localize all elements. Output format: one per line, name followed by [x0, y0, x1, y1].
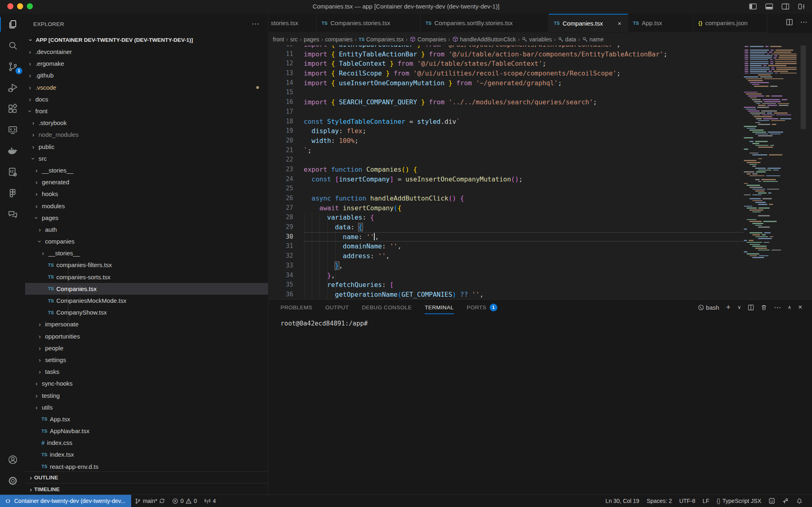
tree-item-react-app-env.d.ts[interactable]: TSreact-app-env.d.ts [25, 461, 268, 472]
terminal-shell-picker[interactable]: bash [698, 304, 719, 311]
tree-item-CompaniesMockMode.tsx[interactable]: TSCompaniesMockMode.tsx [25, 295, 268, 306]
panel-tab-ports[interactable]: PORTS1 [467, 300, 497, 315]
panel-more-icon[interactable]: ⋯ [774, 303, 781, 312]
activity-figma-icon[interactable] [0, 183, 25, 204]
indentation-status[interactable]: Spaces: 2 [643, 495, 676, 507]
panel-tab-debug-console[interactable]: DEBUG CONSOLE [362, 300, 412, 315]
maximize-panel-icon[interactable]: ∧ [788, 304, 791, 310]
layout-customize-icon[interactable] [797, 2, 806, 11]
tab-App.tsx[interactable]: TSApp.tsx [628, 14, 693, 32]
explorer-more-actions-icon[interactable]: ⋯ [252, 19, 259, 28]
feedback-smiley-icon[interactable] [765, 495, 779, 507]
tree-item-index.css[interactable]: #index.css [25, 437, 268, 449]
new-terminal-icon[interactable]: + [726, 303, 730, 312]
layout-panel-icon[interactable] [764, 2, 774, 11]
tree-item-generated[interactable]: ›generated [25, 176, 268, 188]
explorer-section-header[interactable]: › APP [CONTAINER DEV-TWENTY-DEV (DEV-TWE… [25, 34, 268, 46]
panel-tab-terminal[interactable]: TERMINAL [425, 300, 454, 315]
breadcrumb-src[interactable]: src [290, 36, 298, 43]
tree-item-people[interactable]: ›people [25, 342, 268, 354]
activity-run-debug-icon[interactable] [0, 77, 25, 98]
breadcrumb-Companies.tsx[interactable]: TSCompanies.tsx [358, 36, 404, 43]
tab-Companies.sortBy.stories.tsx[interactable]: TSCompanies.sortBy.stories.tsx [421, 14, 549, 32]
activity-devcontainer-file-icon[interactable] [0, 162, 25, 183]
forwarded-ports-status[interactable]: 4 [201, 495, 220, 507]
minimap[interactable] [744, 45, 797, 267]
tree-item-impersonate[interactable]: ›impersonate [25, 318, 268, 330]
terminal-dropdown-icon[interactable]: ∨ [737, 304, 741, 310]
tree-item-companies-filters.tsx[interactable]: TScompanies-filters.tsx [25, 259, 268, 271]
code-editor[interactable]: 1011121314151617181920212223242526272829… [268, 45, 812, 299]
tree-item-AppNavbar.tsx[interactable]: TSAppNavbar.tsx [25, 425, 268, 437]
tree-item-.github[interactable]: ›.github [25, 69, 268, 81]
tree-item-utils[interactable]: ›utils [25, 401, 268, 413]
breadcrumb-companies[interactable]: companies [325, 36, 353, 43]
breadcrumb-handleAddButtonClick[interactable]: handleAddButtonClick [452, 36, 516, 43]
tree-item-CompanyShow.tsx[interactable]: TSCompanyShow.tsx [25, 306, 268, 318]
tab-Companies.tsx[interactable]: TSCompanies.tsx× [549, 14, 628, 32]
breadcrumb-name[interactable]: name [582, 36, 604, 43]
outline-section[interactable]: › OUTLINE [25, 471, 268, 483]
tree-item-modules[interactable]: ›modules [25, 200, 268, 211]
tree-item-src[interactable]: ›src [25, 153, 268, 164]
tree-item-hooks[interactable]: ›hooks [25, 188, 268, 200]
tree-item-public[interactable]: ›public [25, 141, 268, 153]
git-branch-status[interactable]: main* [131, 495, 169, 507]
tree-item-App.tsx[interactable]: TSApp.tsx [25, 413, 268, 425]
tab-Companies.stories.tsx[interactable]: TSCompanies.stories.tsx [317, 14, 421, 32]
kill-terminal-icon[interactable] [761, 304, 767, 311]
tree-item-tasks[interactable]: ›tasks [25, 366, 268, 378]
tree-item-__stories__[interactable]: ›__stories__ [25, 247, 268, 259]
split-terminal-icon[interactable] [748, 304, 754, 311]
remote-indicator[interactable]: Container dev-twenty-dev (dev-twenty-dev… [0, 495, 131, 507]
remote-agent-icon[interactable] [779, 495, 793, 507]
tree-item-.ergomake[interactable]: ›.ergomake [25, 58, 268, 69]
problems-status[interactable]: 0 0 [168, 495, 201, 507]
tree-item-companies-sorts.tsx[interactable]: TScompanies-sorts.tsx [25, 271, 268, 283]
layout-sidebar-left-icon[interactable] [748, 2, 758, 11]
encoding-status[interactable]: UTF-8 [676, 495, 699, 507]
editor-scrollbar[interactable] [801, 45, 806, 129]
close-panel-icon[interactable]: × [798, 303, 802, 311]
layout-sidebar-right-icon[interactable] [780, 2, 790, 11]
breadcrumb-pages[interactable]: pages [304, 36, 319, 43]
language-mode-status[interactable]: {} TypeScript JSX [713, 495, 765, 507]
activity-search-icon[interactable] [0, 35, 25, 56]
tree-item-front[interactable]: ›front [25, 105, 268, 117]
tree-item-Companies.tsx[interactable]: TSCompanies.tsx [25, 283, 268, 295]
split-editor-icon[interactable] [786, 19, 793, 26]
breadcrumb-variables[interactable]: variables [522, 36, 552, 43]
timeline-section[interactable]: › TIMELINE [25, 483, 268, 494]
tree-item-.storybook[interactable]: ›.storybook [25, 117, 268, 129]
tree-item-opportunities[interactable]: ›opportunities [25, 330, 268, 342]
more-actions-icon[interactable]: ⋯ [800, 18, 807, 26]
tree-item-pages[interactable]: ›pages [25, 212, 268, 224]
breadcrumb-Companies[interactable]: Companies [410, 36, 446, 43]
tree-item-settings[interactable]: ›settings [25, 354, 268, 366]
activity-source-control-icon[interactable]: 1 [0, 56, 25, 77]
activity-docker-icon[interactable] [0, 140, 25, 162]
activity-comments-icon[interactable] [0, 204, 25, 225]
breadcrumb-data[interactable]: data [558, 36, 576, 43]
close-tab-icon[interactable]: × [615, 20, 624, 27]
tree-item-auth[interactable]: ›auth [25, 224, 268, 235]
notifications-bell-icon[interactable] [793, 495, 806, 507]
tab-stories.tsx[interactable]: stories.tsx [268, 14, 317, 32]
eol-status[interactable]: LF [699, 495, 713, 507]
activity-account-icon[interactable] [0, 449, 25, 470]
tree-item-__stories__[interactable]: ›__stories__ [25, 164, 268, 176]
breadcrumb-front[interactable]: front [273, 36, 284, 43]
tab-companies.json[interactable]: {}companies.json [693, 14, 767, 32]
panel-tab-problems[interactable]: PROBLEMS [281, 300, 312, 315]
tree-item-index.tsx[interactable]: TSindex.tsx [25, 449, 268, 460]
tree-item-sync-hooks[interactable]: ›sync-hooks [25, 378, 268, 389]
tree-item-testing[interactable]: ›testing [25, 389, 268, 401]
tree-item-companies[interactable]: ›companies [25, 235, 268, 247]
tree-item-.devcontainer[interactable]: ›.devcontainer [25, 46, 268, 58]
activity-explorer-icon[interactable] [0, 14, 25, 35]
activity-settings-gear-icon[interactable] [0, 470, 25, 491]
cursor-position-status[interactable]: Ln 30, Col 19 [602, 495, 643, 507]
panel-tab-output[interactable]: OUTPUT [325, 300, 349, 315]
tree-item-node_modules[interactable]: ›node_modules [25, 129, 268, 140]
terminal-prompt[interactable]: root@0a42ecd84891:/app# [281, 320, 368, 327]
